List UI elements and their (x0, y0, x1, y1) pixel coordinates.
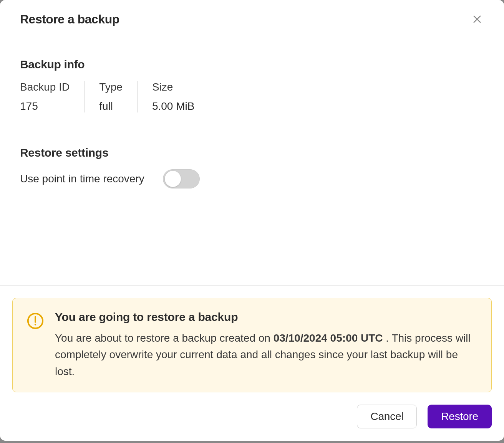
backup-info-heading: Backup info (20, 58, 484, 71)
restore-backup-modal: Restore a backup Backup info Backup ID 1… (0, 0, 504, 441)
close-icon (472, 14, 482, 25)
alert-text: You are about to restore a backup create… (55, 330, 477, 380)
warning-icon (27, 312, 44, 330)
backup-size-cell: Size 5.00 MiB (137, 81, 209, 112)
alert-backup-date: 03/10/2024 05:00 UTC (274, 332, 383, 344)
svg-point-4 (35, 324, 36, 325)
modal-title: Restore a backup (20, 12, 119, 26)
backup-id-label: Backup ID (20, 81, 70, 93)
backup-id-cell: Backup ID 175 (20, 81, 84, 112)
backup-id-value: 175 (20, 100, 70, 112)
backup-size-label: Size (152, 81, 195, 93)
pitr-setting-row: Use point in time recovery (20, 169, 484, 188)
alert-text-prefix: You are about to restore a backup create… (55, 332, 274, 344)
backup-size-value: 5.00 MiB (152, 100, 195, 112)
cancel-button[interactable]: Cancel (357, 405, 417, 428)
modal-footer: You are going to restore a backup You ar… (0, 285, 504, 441)
pitr-label: Use point in time recovery (20, 173, 144, 185)
backup-type-cell: Type full (84, 81, 137, 112)
warning-alert: You are going to restore a backup You ar… (12, 298, 492, 392)
alert-content: You are going to restore a backup You ar… (55, 311, 477, 380)
pitr-toggle[interactable] (163, 169, 200, 188)
backup-info-row: Backup ID 175 Type full Size 5.00 MiB (20, 81, 484, 112)
alert-title: You are going to restore a backup (55, 311, 477, 324)
modal-header: Restore a backup (0, 0, 504, 37)
modal-body: Backup info Backup ID 175 Type full Size… (0, 37, 504, 285)
restore-button[interactable]: Restore (428, 405, 492, 428)
backup-type-value: full (99, 100, 123, 112)
backup-type-label: Type (99, 81, 123, 93)
close-button[interactable] (469, 11, 486, 28)
toggle-knob (165, 171, 181, 187)
button-row: Cancel Restore (12, 405, 492, 428)
restore-settings-heading: Restore settings (20, 146, 484, 159)
